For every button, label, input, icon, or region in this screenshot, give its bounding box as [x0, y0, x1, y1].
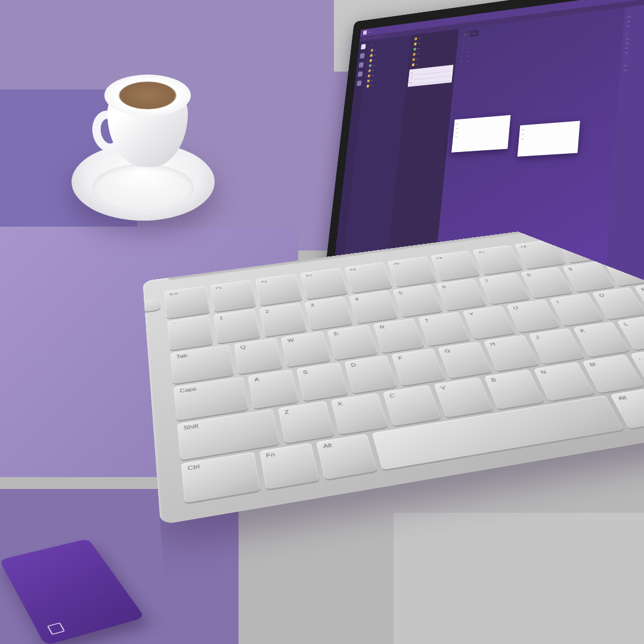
debug-icon[interactable]	[358, 72, 363, 77]
popup-item[interactable]: —	[456, 117, 509, 126]
file-item[interactable]: —	[367, 59, 407, 68]
popup-item[interactable]: —	[456, 122, 508, 130]
keyboard-key: S	[296, 363, 348, 401]
keyboard-key: F5	[388, 256, 436, 287]
panel-section: — — —	[622, 54, 644, 73]
menu-item[interactable]: —	[363, 37, 366, 41]
popup-item[interactable]: —	[455, 131, 507, 140]
keyboard-key: H	[484, 335, 538, 371]
panel-section: — — — —	[626, 5, 644, 30]
keyboard-key: C	[383, 385, 441, 426]
list-item[interactable]: —	[412, 36, 456, 46]
keyboard-key: E	[327, 324, 378, 360]
file-icon	[370, 54, 373, 57]
folder-icon	[371, 49, 373, 52]
editor-tab[interactable]: —	[470, 30, 479, 38]
extensions-icon[interactable]	[357, 80, 361, 86]
list-item[interactable]: —	[413, 31, 457, 41]
menu-item[interactable]: —	[373, 36, 375, 39]
file-icon	[367, 85, 369, 88]
panel-row[interactable]: —	[410, 67, 452, 76]
file-item[interactable]: —	[366, 70, 406, 78]
keyboard-key: R	[373, 318, 425, 353]
keyboard-key: F3	[300, 268, 348, 299]
popup-panel: — — —	[518, 121, 580, 157]
editor-tab[interactable]: —	[461, 30, 470, 38]
file-item[interactable]: —	[369, 44, 408, 52]
explorer-title: —	[369, 38, 409, 48]
keyboard-key: F2	[255, 274, 302, 305]
file-item[interactable]: —	[368, 54, 408, 63]
light-panel: — — —	[408, 65, 454, 87]
menu-item[interactable]: —	[368, 36, 370, 40]
keyboard-key: X	[330, 393, 388, 435]
file-icon	[370, 59, 372, 62]
doc-icon	[412, 63, 414, 66]
search-icon[interactable]	[360, 53, 364, 58]
keyboard-key: 1	[213, 309, 260, 343]
file-item[interactable]: —	[365, 80, 405, 88]
doc-icon	[413, 58, 415, 61]
list-item[interactable]: —	[410, 58, 454, 67]
app-icon	[363, 30, 367, 35]
popup-panel: — — — —	[451, 115, 510, 153]
menu-item[interactable]: —	[378, 35, 380, 39]
keyboard-key: 5	[392, 284, 442, 317]
explorer-panel: — — — — — — — — —	[342, 35, 411, 275]
files-icon[interactable]	[361, 44, 366, 49]
status-item[interactable]: —	[635, 276, 639, 280]
keyboard-key: 4	[349, 290, 398, 323]
keyboard-key: `	[167, 315, 213, 350]
file-icon	[367, 79, 370, 82]
panel-section: — — — — —	[624, 27, 644, 56]
keyboard-key: Tab	[170, 345, 234, 385]
keyboard-key: 7	[478, 273, 530, 304]
keyboard-key: Q	[234, 338, 283, 374]
file-icon	[369, 64, 371, 67]
status-item[interactable]: —	[627, 276, 631, 280]
keyboard-key: 2	[259, 303, 307, 337]
doc-icon	[414, 37, 417, 40]
list-item[interactable]: —	[411, 42, 456, 51]
panel-row[interactable]: —	[409, 76, 451, 85]
popup-item[interactable]: —	[455, 126, 507, 135]
keyboard-key: Esc	[164, 286, 209, 318]
keyboard-key: D	[344, 355, 397, 394]
keyboard-key: F1	[210, 280, 256, 312]
keyboard-key: G	[438, 342, 492, 379]
list-item[interactable]: —	[410, 52, 454, 62]
keyboard-key: T	[418, 312, 470, 346]
keyboard-key: A	[248, 370, 299, 409]
keyboard-key: Z	[278, 401, 335, 444]
doc-icon	[413, 48, 416, 51]
folder-icon	[369, 69, 371, 72]
keyboard-key: W	[281, 331, 331, 367]
doc-icon	[414, 42, 416, 45]
keyboard-key: F6	[431, 250, 480, 280]
activity-bar	[333, 41, 369, 275]
menu-item[interactable]: —	[383, 35, 385, 38]
keyboard-key: 6	[436, 278, 487, 311]
window-title: —	[369, 30, 371, 34]
keyboard-key: F7	[473, 245, 523, 275]
keyboard-key: U	[506, 299, 560, 333]
file-item[interactable]: —	[367, 64, 407, 73]
file-icon	[368, 74, 370, 77]
git-icon[interactable]	[359, 62, 364, 67]
file-item[interactable]: —	[366, 75, 405, 83]
panel-row[interactable]: —	[410, 72, 451, 80]
keyboard-key: F	[391, 349, 445, 386]
keyboard-key: F4	[344, 262, 392, 293]
doc-icon	[413, 52, 415, 55]
secondary-panel: — — — — — — — — —	[386, 29, 459, 275]
keyboard-key: V	[434, 377, 493, 418]
list-item[interactable]: —	[411, 47, 455, 57]
file-item[interactable]: —	[368, 49, 408, 58]
keyboard-key: B	[484, 370, 544, 410]
keyboard-key: 3	[304, 296, 352, 330]
editor-area: — — 1— 2— 3— 4— 5— 6— — — — —	[434, 8, 625, 275]
laptop: — — — — — — — —	[191, 0, 644, 638]
keyboard-key: Y	[463, 305, 516, 339]
code-line[interactable]: 6—	[459, 41, 619, 64]
